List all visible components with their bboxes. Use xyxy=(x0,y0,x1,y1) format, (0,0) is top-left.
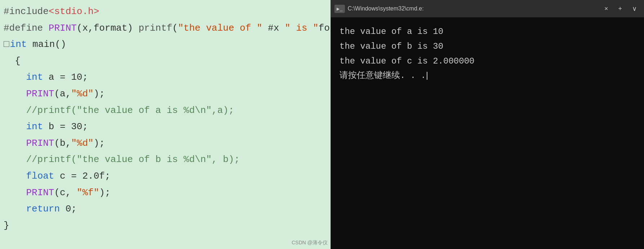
int-keyword-b: int xyxy=(26,119,43,135)
terminal-icon: ▶_ xyxy=(334,5,345,13)
string-1: "the value of " xyxy=(178,21,262,36)
terminal-add-button[interactable]: + xyxy=(614,4,626,14)
include-keyword: #include xyxy=(4,4,49,19)
output-line-3: the value of c is 2.000000 xyxy=(339,54,635,69)
output-line-1: the value of a is 10 xyxy=(339,25,635,39)
code-line-10: //printf("the value of b is %d\n", b); xyxy=(0,152,330,168)
code-line-7: //printf("the value of a is %d\n",a); xyxy=(0,102,330,119)
format-d-a: "%d" xyxy=(71,87,93,102)
format-f: "%f" xyxy=(77,185,99,201)
macro-params: (x,format) xyxy=(77,21,139,36)
code-line-9: PRINT(b,"%d"); xyxy=(0,135,330,152)
code-line-3: □int main() xyxy=(0,36,330,53)
code-line-4: { xyxy=(0,53,330,70)
code-line-14: } xyxy=(0,218,330,234)
code-line-11: float c = 2.0f; xyxy=(0,168,330,185)
float-keyword: float xyxy=(26,169,54,184)
main-func: main() xyxy=(27,37,66,52)
watermark: CSDN @薄令仪 xyxy=(292,240,328,246)
code-line-6: PRINT(a,"%d"); xyxy=(0,86,330,102)
define-keyword: #define xyxy=(4,21,49,36)
comment-1: //printf("the value of a is %d\n",a); xyxy=(4,103,234,118)
code-line-12: PRINT(c, "%f"); xyxy=(0,185,330,201)
output-line-2: the value of b is 30 xyxy=(339,39,635,54)
terminal-dropdown-button[interactable]: ∨ xyxy=(629,3,640,14)
print-macro-a: PRINT xyxy=(26,87,54,102)
code-editor: #include<stdio.h> #define PRINT(x,format… xyxy=(0,0,330,249)
code-line-13: return 0; xyxy=(0,201,330,218)
terminal-panel: ▶_ C:\Windows\system32\cmd.e: × + ∨ the … xyxy=(330,0,644,249)
format-d-b: "%d" xyxy=(71,136,93,151)
string-2: " is " xyxy=(285,21,319,36)
code-line-2: #define PRINT(x,format) printf("the valu… xyxy=(0,20,330,37)
terminal-body: the value of a is 10 the value of b is 3… xyxy=(331,17,644,249)
terminal-close-button[interactable]: × xyxy=(601,4,612,14)
macro-name: PRINT xyxy=(49,21,77,36)
output-line-4: 请按任意键继续. . . xyxy=(339,69,635,83)
code-line-8: int b = 30; xyxy=(0,119,330,135)
print-macro-b: PRINT xyxy=(26,136,54,151)
print-macro-c: PRINT xyxy=(26,185,54,201)
terminal-titlebar: ▶_ C:\Windows\system32\cmd.e: × + ∨ xyxy=(331,0,644,17)
printf-call: printf xyxy=(138,21,172,36)
terminal-cursor xyxy=(427,72,427,80)
comment-2: //printf("the value of b is %d\n", b); xyxy=(4,152,240,167)
code-line-5: int a = 10; xyxy=(0,69,330,86)
terminal-title: C:\Windows\system32\cmd.e: xyxy=(348,5,598,12)
int-keyword-main: int xyxy=(10,37,27,52)
code-line-1: #include<stdio.h> xyxy=(0,4,330,20)
collapse-icon[interactable]: □ xyxy=(4,37,9,52)
int-keyword-a: int xyxy=(26,70,43,85)
include-header: <stdio.h> xyxy=(49,4,99,19)
return-keyword: return xyxy=(26,202,60,217)
